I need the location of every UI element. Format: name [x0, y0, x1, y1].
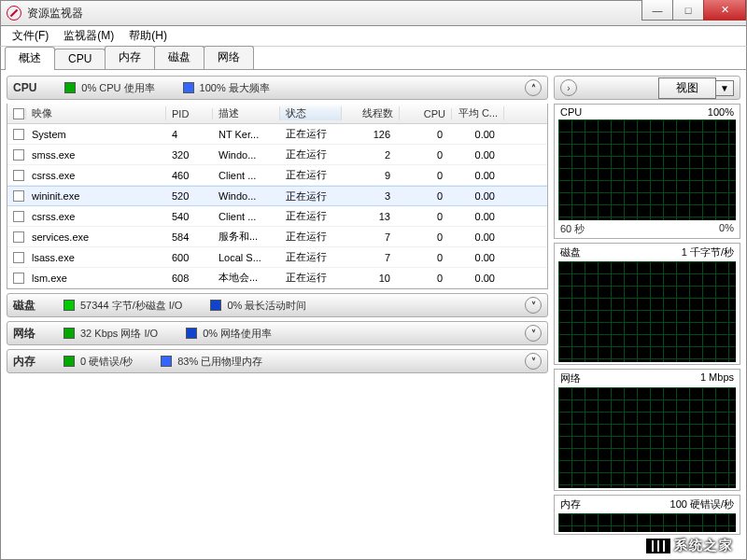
- cell-avg: 0.00: [452, 273, 504, 284]
- cell-threads: 2: [342, 149, 400, 161]
- cell-status: 正在运行: [280, 230, 342, 244]
- cpu-collapse-button[interactable]: ˄: [525, 79, 542, 96]
- disk-act-swatch: [210, 300, 221, 311]
- left-pane: CPU 0% CPU 使用率 100% 最大频率 ˄ 映像 PID 描述 状态 …: [7, 76, 548, 553]
- table-row[interactable]: services.exe584服务和...正在运行700.00: [7, 227, 547, 247]
- maximize-button[interactable]: □: [672, 0, 704, 21]
- tab-cpu[interactable]: CPU: [54, 49, 106, 69]
- menu-monitor[interactable]: 监视器(M): [56, 26, 121, 46]
- view-label: 视图: [658, 77, 716, 99]
- row-checkbox[interactable]: [13, 129, 24, 140]
- network-expand-button[interactable]: ˅: [525, 325, 542, 342]
- chevron-down-icon: ▼: [716, 80, 734, 96]
- cell-cpu: 0: [400, 190, 452, 202]
- cell-status: 正在运行: [280, 271, 342, 285]
- right-pane: › 视图 ▼ CPU100% 60 秒0% 磁盘1 千字节/秒 网络1 Mbps…: [554, 76, 740, 553]
- cell-threads: 7: [342, 252, 400, 263]
- cell-pid: 320: [166, 149, 213, 161]
- cell-image: lsm.exe: [26, 273, 166, 284]
- col-desc[interactable]: 描述: [213, 106, 280, 120]
- cell-avg: 0.00: [452, 211, 504, 222]
- view-dropdown[interactable]: 视图 ▼: [658, 77, 734, 99]
- cell-avg: 0.00: [452, 252, 504, 263]
- minimize-button[interactable]: —: [641, 0, 673, 21]
- tab-memory[interactable]: 内存: [105, 46, 155, 69]
- titlebar: 资源监视器 — □ ✕: [0, 0, 747, 26]
- tab-disk[interactable]: 磁盘: [154, 46, 204, 69]
- window-title: 资源监视器: [27, 6, 83, 21]
- table-row[interactable]: lsm.exe608本地会...正在运行1000.00: [7, 268, 547, 288]
- memory-expand-button[interactable]: ˅: [525, 353, 542, 370]
- disk-act-text: 0% 最长活动时间: [227, 299, 306, 313]
- cpu-usage-swatch: [64, 82, 76, 93]
- row-checkbox[interactable]: [13, 252, 24, 263]
- cell-avg: 0.00: [452, 129, 504, 140]
- mem-io-swatch: [63, 356, 75, 367]
- menu-file[interactable]: 文件(F): [5, 26, 56, 46]
- disk-graph-max: 1 千字节/秒: [682, 245, 734, 259]
- network-section-title: 网络: [13, 326, 35, 342]
- cell-desc: 服务和...: [213, 230, 280, 244]
- cell-pid: 4: [166, 129, 213, 140]
- table-row[interactable]: csrss.exe460Client ...正在运行900.00: [7, 165, 547, 186]
- cell-cpu: 0: [400, 129, 452, 140]
- row-checkbox[interactable]: [13, 211, 24, 222]
- tab-network[interactable]: 网络: [204, 46, 254, 69]
- cell-avg: 0.00: [452, 190, 504, 202]
- cpu-graph: CPU100% 60 秒0%: [554, 104, 740, 239]
- col-threads[interactable]: 线程数: [342, 106, 400, 120]
- net-act-swatch: [186, 328, 197, 339]
- mem-act-swatch: [161, 356, 172, 367]
- disk-io-text: 57344 字节/秒磁盘 I/O: [80, 299, 182, 313]
- table-row[interactable]: csrss.exe540Client ...正在运行1300.00: [7, 206, 547, 227]
- cpu-freq-swatch: [183, 82, 194, 93]
- cell-image: smss.exe: [26, 149, 166, 161]
- table-row[interactable]: smss.exe320Windo...正在运行200.00: [7, 145, 547, 165]
- content: CPU 0% CPU 使用率 100% 最大频率 ˄ 映像 PID 描述 状态 …: [0, 69, 747, 560]
- cell-cpu: 0: [400, 231, 452, 243]
- cell-image: csrss.exe: [26, 170, 166, 181]
- cell-avg: 0.00: [452, 149, 504, 161]
- disk-graph: 磁盘1 千字节/秒: [554, 243, 740, 365]
- right-collapse-button[interactable]: ›: [560, 79, 577, 96]
- col-pid[interactable]: PID: [166, 108, 213, 119]
- cell-status: 正在运行: [280, 209, 342, 223]
- row-checkbox[interactable]: [13, 273, 24, 284]
- disk-section-title: 磁盘: [13, 298, 35, 314]
- row-checkbox[interactable]: [13, 149, 24, 161]
- cell-desc: Client ...: [213, 211, 280, 222]
- cell-threads: 3: [342, 190, 400, 202]
- network-section-header[interactable]: 网络 32 Kbps 网络 I/O 0% 网络使用率 ˅: [7, 321, 548, 345]
- row-checkbox[interactable]: [13, 190, 24, 202]
- select-all-checkbox[interactable]: [13, 108, 24, 119]
- table-row[interactable]: lsass.exe600Local S...正在运行700.00: [7, 247, 547, 268]
- col-status[interactable]: 状态: [280, 106, 342, 120]
- col-cpu[interactable]: CPU: [400, 108, 452, 119]
- disk-expand-button[interactable]: ˅: [525, 297, 542, 314]
- cell-desc: 本地会...: [213, 271, 280, 285]
- cell-threads: 9: [342, 170, 400, 181]
- table-row[interactable]: System4NT Ker...正在运行12600.00: [7, 124, 547, 145]
- memory-section-header[interactable]: 内存 0 硬错误/秒 83% 已用物理内存 ˅: [7, 349, 548, 373]
- cell-threads: 7: [342, 231, 400, 243]
- mem-act-text: 83% 已用物理内存: [177, 355, 262, 369]
- col-image[interactable]: 映像: [26, 106, 166, 120]
- cell-pid: 608: [166, 273, 213, 284]
- tabbar: 概述 CPU 内存 磁盘 网络: [0, 47, 747, 69]
- disk-section-header[interactable]: 磁盘 57344 字节/秒磁盘 I/O 0% 最长活动时间 ˅: [7, 293, 548, 317]
- table-row[interactable]: wininit.exe520Windo...正在运行300.00: [7, 186, 547, 206]
- cell-status: 正在运行: [280, 168, 342, 182]
- cpu-section-title: CPU: [13, 81, 36, 94]
- row-checkbox[interactable]: [13, 231, 24, 243]
- cell-cpu: 0: [400, 273, 452, 284]
- cell-image: wininit.exe: [26, 190, 166, 202]
- cell-avg: 0.00: [452, 231, 504, 243]
- row-checkbox[interactable]: [13, 170, 24, 181]
- cell-cpu: 0: [400, 170, 452, 181]
- tab-overview[interactable]: 概述: [5, 47, 55, 70]
- mem-io-text: 0 硬错误/秒: [80, 355, 133, 369]
- close-button[interactable]: ✕: [703, 0, 746, 21]
- menu-help[interactable]: 帮助(H): [121, 26, 175, 46]
- cpu-section-header[interactable]: CPU 0% CPU 使用率 100% 最大频率 ˄: [7, 76, 548, 100]
- col-avg[interactable]: 平均 C...: [452, 106, 504, 120]
